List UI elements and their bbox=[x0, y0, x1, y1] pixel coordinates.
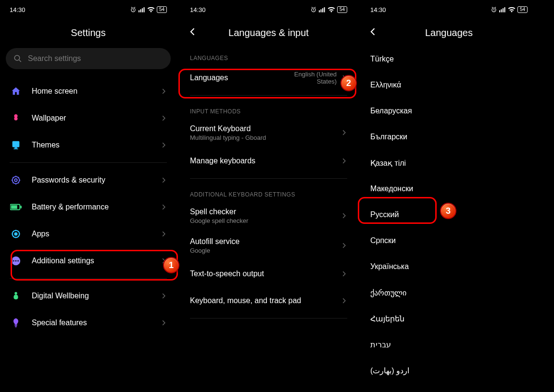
svg-point-18 bbox=[15, 260, 17, 262]
row-value: English (United States) bbox=[274, 71, 337, 85]
sidebar-item-wellbeing[interactable]: Digital Wellbeing bbox=[6, 282, 171, 309]
header-settings: Settings bbox=[6, 19, 171, 46]
svg-rect-31 bbox=[503, 8, 504, 12]
sidebar-item-apps[interactable]: Apps bbox=[6, 220, 171, 247]
status-time: 14:30 bbox=[10, 6, 25, 13]
status-bar: 14:30 54 bbox=[6, 0, 171, 19]
sidebar-item-additional[interactable]: Additional settings bbox=[6, 247, 171, 274]
row-tts[interactable]: Text-to-speech output bbox=[186, 260, 351, 287]
row-label: Home screen bbox=[32, 87, 160, 96]
sidebar-item-special[interactable]: Special features bbox=[6, 309, 171, 336]
back-button[interactable] bbox=[188, 27, 198, 38]
row-sub: Multilingual typing - Gboard bbox=[190, 134, 340, 141]
status-icons: 54 bbox=[130, 6, 167, 13]
svg-point-17 bbox=[13, 260, 14, 262]
sidebar-item-battery[interactable]: Battery & performance bbox=[6, 194, 171, 220]
wellbeing-icon bbox=[10, 290, 22, 302]
svg-rect-30 bbox=[501, 9, 502, 12]
language-option[interactable]: Српски bbox=[366, 228, 531, 254]
row-kbm[interactable]: Keyboard, mouse, and track pad bbox=[186, 287, 351, 314]
svg-rect-24 bbox=[319, 10, 320, 12]
row-manage-kb[interactable]: Manage keyboards bbox=[186, 147, 351, 174]
svg-rect-8 bbox=[13, 148, 18, 149]
security-icon bbox=[10, 174, 22, 186]
language-option[interactable]: Türkçe bbox=[366, 46, 531, 72]
svg-rect-2 bbox=[140, 9, 141, 12]
row-spell[interactable]: Spell checkerGoogle spell checker bbox=[186, 201, 351, 231]
sidebar-item-themes[interactable]: Themes bbox=[6, 132, 171, 159]
svg-rect-3 bbox=[142, 8, 143, 12]
panel-languages: 14:30 54 Languages TürkçeΕλληνικάБеларус… bbox=[361, 0, 537, 392]
row-label: Additional settings bbox=[32, 257, 160, 265]
alarm-icon bbox=[491, 6, 497, 13]
language-option[interactable]: Македонски bbox=[366, 176, 531, 202]
row-label: Autofill service bbox=[190, 237, 340, 246]
svg-rect-7 bbox=[14, 147, 17, 149]
divider bbox=[190, 178, 347, 179]
svg-rect-25 bbox=[320, 9, 321, 12]
row-label: Spell checker bbox=[190, 208, 340, 216]
header-languages: Languages bbox=[366, 19, 531, 46]
divider bbox=[190, 95, 347, 96]
search-input[interactable] bbox=[28, 54, 163, 63]
special-icon bbox=[10, 317, 22, 329]
wallpaper-icon bbox=[10, 112, 22, 124]
row-autofill[interactable]: Autofill serviceGoogle bbox=[186, 231, 351, 260]
svg-point-5 bbox=[14, 55, 20, 61]
svg-rect-12 bbox=[11, 205, 17, 208]
svg-point-9 bbox=[14, 179, 17, 182]
apps-icon bbox=[10, 228, 22, 240]
svg-rect-21 bbox=[15, 325, 17, 326]
svg-rect-22 bbox=[15, 327, 16, 328]
page-title: Settings bbox=[71, 27, 105, 38]
row-current-kb[interactable]: Current KeyboardMultilingual typing - Gb… bbox=[186, 118, 351, 147]
svg-rect-13 bbox=[20, 206, 22, 208]
row-label: Themes bbox=[32, 141, 160, 149]
sidebar-item-home-screen[interactable]: Home screen bbox=[6, 78, 171, 105]
language-option[interactable]: Հայերեն bbox=[366, 306, 531, 331]
row-label: Special features bbox=[32, 318, 160, 327]
status-icons: 54 bbox=[491, 6, 528, 13]
svg-point-19 bbox=[17, 260, 19, 262]
language-option[interactable]: ქართული bbox=[366, 280, 531, 306]
chevron-left-icon bbox=[368, 27, 378, 37]
row-label: Battery & performance bbox=[32, 203, 160, 211]
status-time: 14:30 bbox=[190, 6, 206, 13]
battery-indicator: 54 bbox=[517, 6, 528, 13]
search-icon bbox=[13, 54, 22, 63]
divider bbox=[10, 278, 167, 279]
row-sub: Google bbox=[190, 247, 340, 254]
wifi-icon bbox=[147, 7, 155, 12]
language-option[interactable]: עברית bbox=[366, 331, 531, 357]
themes-icon bbox=[10, 139, 22, 151]
svg-rect-6 bbox=[13, 141, 20, 147]
sidebar-item-passwords[interactable]: Passwords & security bbox=[6, 167, 171, 194]
row-label: Digital Wellbeing bbox=[32, 292, 160, 300]
svg-rect-27 bbox=[324, 7, 325, 12]
alarm-icon bbox=[130, 6, 137, 13]
svg-rect-1 bbox=[138, 10, 139, 12]
wifi-icon bbox=[327, 7, 335, 12]
language-option[interactable]: Українська bbox=[366, 254, 531, 280]
search-box[interactable] bbox=[6, 48, 171, 69]
back-button[interactable] bbox=[368, 27, 378, 38]
section-label: INPUT METHODS bbox=[186, 99, 351, 118]
language-option[interactable]: اردو (بھارت) bbox=[366, 357, 531, 383]
language-option[interactable]: Русский bbox=[366, 202, 531, 228]
language-option[interactable]: Қазақ тілі bbox=[366, 150, 531, 176]
row-label: Current Keyboard bbox=[190, 124, 340, 133]
svg-rect-29 bbox=[499, 10, 500, 12]
home-icon bbox=[10, 85, 22, 98]
panel-languages-input: 14:30 54 Languages & input LANGUAGESLang… bbox=[180, 0, 357, 392]
language-option[interactable]: Ελληνικά bbox=[366, 72, 531, 98]
language-option[interactable]: Беларуская bbox=[366, 98, 531, 124]
additional-icon bbox=[10, 255, 22, 267]
sidebar-item-wallpaper[interactable]: Wallpaper bbox=[6, 105, 171, 132]
row-languages[interactable]: LanguagesEnglish (United States) bbox=[186, 64, 351, 91]
signal-icon bbox=[319, 7, 326, 12]
row-label: Passwords & security bbox=[32, 176, 160, 184]
section-label: LANGUAGES bbox=[186, 46, 351, 64]
svg-rect-4 bbox=[143, 7, 144, 12]
language-option[interactable]: Български bbox=[366, 124, 531, 150]
status-time: 14:30 bbox=[370, 6, 386, 13]
